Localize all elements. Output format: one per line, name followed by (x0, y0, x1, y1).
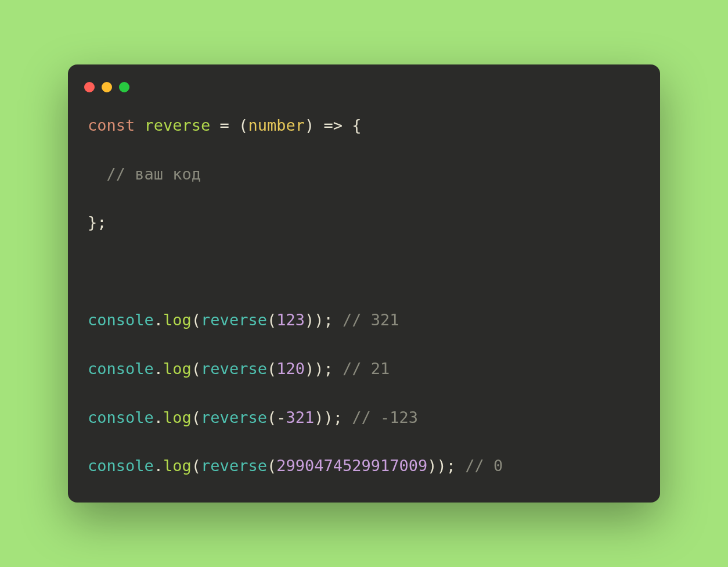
code-token: ( (192, 360, 201, 378)
code-token: console (88, 360, 154, 378)
code-line: console.log(reverse(-321)); // -123 (88, 407, 640, 429)
code-line: }; (88, 211, 640, 234)
code-token: ( (192, 457, 201, 475)
code-token: )); (305, 311, 343, 329)
code-token: . (154, 457, 163, 475)
code-token: ( (267, 360, 276, 378)
code-token: reverse (201, 360, 267, 378)
code-token: const (88, 116, 135, 134)
code-token: 123 (276, 311, 305, 329)
window-titlebar (68, 82, 660, 97)
code-token (135, 116, 144, 134)
code-token: reverse (201, 408, 267, 426)
code-token: number (248, 116, 305, 134)
code-token: ( (192, 311, 201, 329)
code-token: ( (267, 311, 276, 329)
code-token: console (88, 457, 154, 475)
code-token: // ваш код (107, 165, 201, 183)
code-token: }; (88, 213, 107, 231)
code-token: console (88, 408, 154, 426)
code-token: ( (192, 408, 201, 426)
code-block: const reverse = (number) => { // ваш код… (68, 97, 660, 477)
code-token: log (163, 311, 192, 329)
code-token: )); (427, 457, 465, 475)
code-token: log (163, 457, 192, 475)
maximize-icon[interactable] (119, 82, 129, 92)
code-token: 120 (276, 360, 305, 378)
code-token: // -123 (352, 408, 418, 426)
code-token: = ( (210, 116, 248, 134)
code-token: 2990474529917009 (276, 457, 427, 475)
code-token: reverse (201, 457, 267, 475)
close-icon[interactable] (84, 82, 95, 92)
code-token: log (163, 408, 192, 426)
code-token: . (154, 360, 163, 378)
code-token: ) => { (305, 116, 362, 134)
code-token: console (88, 311, 154, 329)
code-token: )); (314, 408, 352, 426)
code-token (88, 165, 107, 183)
code-token: ( (267, 457, 276, 475)
code-line: console.log(reverse(2990474529917009)); … (88, 455, 640, 477)
code-line (88, 260, 640, 282)
code-token: // 321 (343, 311, 399, 329)
code-token: // 0 (465, 457, 503, 475)
code-token: (- (267, 408, 286, 426)
code-token: . (154, 311, 163, 329)
minimize-icon[interactable] (102, 82, 112, 92)
code-token: log (163, 360, 192, 378)
code-token: // 21 (343, 360, 390, 378)
code-token: reverse (145, 116, 211, 134)
code-token: 321 (286, 408, 314, 426)
code-token: reverse (201, 311, 267, 329)
code-line: console.log(reverse(123)); // 321 (88, 309, 640, 331)
code-line: const reverse = (number) => { (88, 114, 640, 137)
code-window: const reverse = (number) => { // ваш код… (68, 64, 660, 503)
code-token: . (154, 408, 163, 426)
code-line: // ваш код (88, 163, 640, 185)
code-line: console.log(reverse(120)); // 21 (88, 358, 640, 380)
code-token: )); (305, 360, 343, 378)
